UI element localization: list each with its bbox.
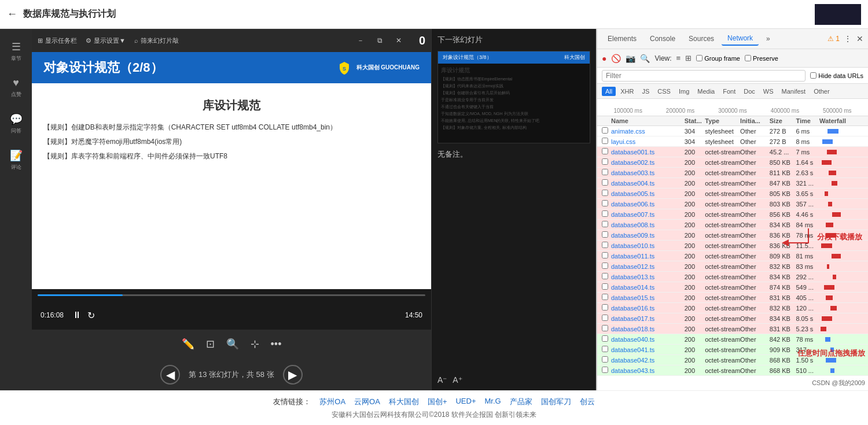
tab-more[interactable]: » — [760, 32, 776, 45]
footer-link-guojun[interactable]: 国创军刀 — [541, 397, 571, 407]
table-row[interactable]: database003.ts 200 octet-stream Other 81… — [597, 168, 868, 178]
table-row[interactable]: database043.ts 200 octet-stream Other 86… — [597, 365, 868, 376]
cursor-tool[interactable]: ⊹ — [251, 338, 259, 350]
list-view-btn[interactable]: ≡ — [676, 54, 681, 62]
table-row[interactable]: database011.ts 200 octet-stream Other 80… — [597, 251, 868, 261]
tab-console[interactable]: Console — [644, 32, 681, 45]
type-tab-js[interactable]: JS — [638, 87, 653, 96]
table-row[interactable]: database042.ts 200 octet-stream Other 86… — [597, 355, 868, 365]
find-btn[interactable]: ⌕ 筛来幻灯片敲 — [134, 36, 179, 45]
footer-link-suzhouoa[interactable]: 苏州OA — [319, 397, 345, 407]
row-checkbox[interactable] — [602, 138, 608, 144]
table-row[interactable]: database002.ts 200 octet-stream Other 85… — [597, 157, 868, 168]
type-tab-css[interactable]: CSS — [654, 87, 674, 96]
footer-link-mrg[interactable]: Mr.G — [485, 397, 501, 407]
row-checkbox[interactable] — [602, 190, 608, 196]
table-row[interactable]: database008.ts 200 octet-stream Other 83… — [597, 220, 868, 230]
tab-elements[interactable]: Elements — [602, 32, 642, 45]
back-button[interactable]: ← — [7, 8, 17, 20]
table-row[interactable]: database041.ts 200 octet-stream Other 90… — [597, 345, 868, 355]
video-progress-bar[interactable] — [38, 294, 425, 296]
table-row[interactable]: database005.ts 200 octet-stream Other 80… — [597, 189, 868, 199]
footer-link-chuangyun[interactable]: 创云 — [580, 397, 595, 407]
row-checkbox[interactable] — [602, 315, 608, 321]
camera-btn[interactable]: 📷 — [626, 54, 635, 63]
prev-slide-button[interactable]: ◀ — [160, 365, 180, 385]
row-checkbox[interactable] — [602, 148, 608, 154]
row-checkbox[interactable] — [602, 169, 608, 175]
font-increase-button[interactable]: A⁺ — [453, 375, 462, 385]
font-decrease-button[interactable]: A⁻ — [437, 375, 447, 385]
hide-data-urls-checkbox[interactable]: Hide data URLs — [810, 72, 863, 79]
table-row[interactable]: database013.ts 200 octet-stream Other 83… — [597, 272, 868, 282]
tab-sources[interactable]: Sources — [683, 32, 720, 45]
table-row[interactable]: database017.ts 200 octet-stream Other 83… — [597, 313, 868, 324]
row-checkbox[interactable] — [602, 127, 608, 134]
footer-link-ued+[interactable]: UED+ — [455, 397, 476, 407]
record-btn[interactable]: ● — [602, 54, 606, 63]
footer-link-products[interactable]: 产品家 — [510, 397, 532, 407]
table-row[interactable]: database015.ts 200 octet-stream Other 83… — [597, 293, 868, 303]
row-checkbox[interactable] — [602, 367, 608, 373]
group-frame-checkbox[interactable]: Group frame — [696, 55, 740, 62]
row-checkbox[interactable] — [602, 346, 608, 352]
pause-button[interactable]: ⏸ — [72, 310, 82, 320]
table-row[interactable]: database009.ts 200 octet-stream Other 83… — [597, 230, 868, 241]
table-row[interactable]: layui.css 304 stylesheet Other 272 B 8 m… — [597, 136, 868, 147]
table-row[interactable]: database001.ts 200 octet-stream Other 45… — [597, 147, 868, 157]
row-checkbox[interactable] — [602, 304, 608, 311]
clear-btn[interactable]: 🚫 — [611, 54, 621, 63]
table-row[interactable]: database018.ts 200 octet-stream Other 83… — [597, 324, 868, 334]
row-checkbox[interactable] — [602, 221, 608, 227]
row-checkbox[interactable] — [602, 252, 608, 258]
next-slide-button[interactable]: ▶ — [283, 365, 303, 385]
type-tab-font[interactable]: Font — [719, 87, 739, 96]
row-checkbox[interactable] — [602, 294, 608, 300]
table-row[interactable]: database007.ts 200 octet-stream Other 85… — [597, 209, 868, 220]
row-checkbox[interactable] — [602, 283, 608, 290]
table-row[interactable]: database012.ts 200 octet-stream Other 83… — [597, 261, 868, 272]
filter-input[interactable] — [602, 70, 806, 82]
type-tab-xhr[interactable]: XHR — [617, 87, 637, 96]
sidebar-item-like[interactable]: ♥ 点赞 — [8, 71, 24, 104]
table-row[interactable]: database010.ts 200 octet-stream Other 83… — [597, 241, 868, 251]
group-frame-input[interactable] — [696, 55, 703, 61]
row-checkbox[interactable] — [602, 242, 608, 248]
search-btn[interactable]: 🔍 — [640, 54, 650, 63]
show-settings-btn[interactable]: ⚙ 显示设置▼ — [86, 36, 126, 45]
devtools-close-btn[interactable]: ✕ — [856, 34, 863, 43]
type-tab-manifest[interactable]: Manifest — [778, 87, 810, 96]
sidebar-item-comments[interactable]: 📝 评论 — [7, 143, 25, 177]
crop-tool[interactable]: ⊡ — [206, 338, 215, 350]
type-tab-ws[interactable]: WS — [760, 87, 777, 96]
preserve-log-checkbox[interactable]: Preserve — [745, 55, 778, 62]
close-btn[interactable]: ✕ — [396, 36, 402, 45]
show-outline-btn[interactable]: ⊞ 显示任务栏 — [38, 36, 77, 45]
sidebar-item-qa[interactable]: 💬 问答 — [7, 107, 25, 141]
footer-link-guochuang[interactable]: 科大国创 — [389, 397, 419, 407]
restore-btn[interactable]: ⧉ — [377, 36, 382, 45]
row-checkbox[interactable] — [602, 325, 608, 331]
table-row[interactable]: animate.css 304 stylesheet Other 272 B 6… — [597, 126, 868, 136]
type-tab-media[interactable]: Media — [694, 87, 718, 96]
table-row[interactable]: database006.ts 200 octet-stream Other 80… — [597, 199, 868, 209]
table-row[interactable]: database014.ts 200 octet-stream Other 87… — [597, 282, 868, 293]
footer-link-guo+[interactable]: 国创+ — [428, 397, 447, 407]
table-row[interactable]: database040.ts 200 octet-stream Other 84… — [597, 334, 868, 345]
type-tab-img[interactable]: Img — [675, 87, 693, 96]
hide-data-urls-input[interactable] — [810, 72, 816, 79]
type-tab-all[interactable]: All — [602, 87, 616, 96]
row-checkbox[interactable] — [602, 210, 608, 217]
row-checkbox[interactable] — [602, 231, 608, 238]
type-tab-doc[interactable]: Doc — [740, 87, 759, 96]
devtools-more-btn[interactable]: ⋮ — [844, 34, 852, 43]
row-checkbox[interactable] — [602, 200, 608, 206]
minimize-btn[interactable]: － — [357, 36, 364, 46]
tab-network[interactable]: Network — [722, 32, 759, 46]
zoom-tool[interactable]: 🔍 — [226, 338, 239, 350]
row-checkbox[interactable] — [602, 263, 608, 269]
refresh-button[interactable]: ↻ — [87, 310, 95, 321]
preserve-log-input[interactable] — [745, 55, 751, 61]
type-tab-other[interactable]: Other — [810, 87, 833, 96]
footer-link-yuwnoa[interactable]: 云网OA — [354, 397, 380, 407]
